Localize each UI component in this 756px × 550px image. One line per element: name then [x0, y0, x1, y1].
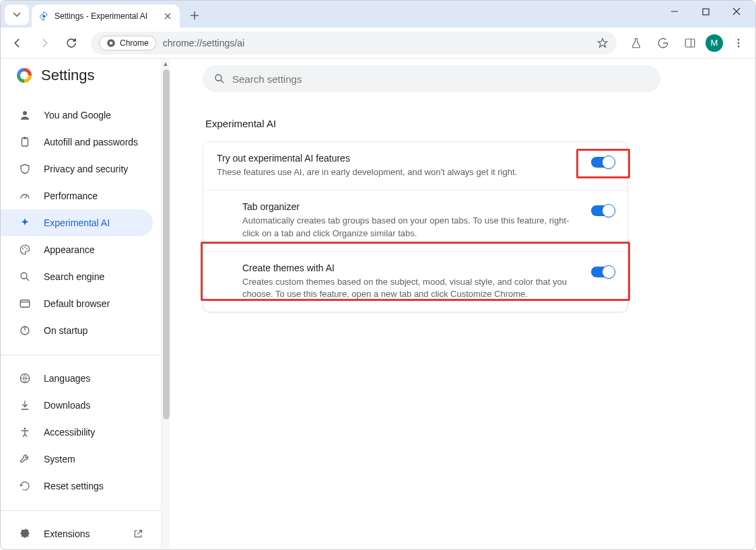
- svg-rect-4: [685, 39, 695, 47]
- close-icon: [732, 7, 741, 15]
- new-tab-button[interactable]: [185, 6, 204, 25]
- google-button[interactable]: [652, 32, 675, 55]
- sidebar-item-label: Languages: [44, 373, 90, 384]
- browser-icon: [18, 297, 32, 310]
- svg-point-13: [26, 248, 28, 250]
- sidebar-item-label: Performance: [44, 191, 98, 201]
- sidebar-scrollbar[interactable]: ▲: [161, 59, 170, 550]
- toggle-create-themes[interactable]: [591, 267, 614, 277]
- sparkle-icon: [18, 216, 32, 230]
- star-icon[interactable]: [596, 37, 609, 49]
- reload-button[interactable]: [60, 32, 83, 55]
- divider: [1, 355, 161, 355]
- sidebar-item-label: System: [44, 454, 75, 465]
- row-try-experimental: Try out experimental AI features These f…: [203, 142, 627, 190]
- google-icon: [657, 37, 669, 49]
- app-header: Settings: [1, 59, 161, 92]
- search-input[interactable]: [232, 73, 650, 85]
- sidebar-item-label: You and Google: [44, 110, 111, 121]
- row-tab-organizer: Tab organizer Automatically creates tab …: [203, 190, 627, 251]
- svg-point-21: [215, 75, 221, 81]
- clipboard-icon: [18, 135, 32, 149]
- sidebar-item-label: Default browser: [44, 298, 110, 309]
- back-button[interactable]: [6, 32, 29, 55]
- sidebar-item-label: Autofill and passwords: [44, 137, 138, 147]
- download-icon: [18, 399, 32, 412]
- site-chip[interactable]: Chrome: [99, 36, 156, 50]
- sidebar-item-label: On startup: [44, 325, 88, 336]
- sidebar-item-appearance[interactable]: Appearance: [1, 236, 153, 263]
- side-panel-button[interactable]: [679, 32, 701, 55]
- panel-icon: [684, 37, 696, 49]
- minimize-button[interactable]: [660, 1, 689, 22]
- sidebar-item-languages[interactable]: Languages: [1, 365, 153, 392]
- sidebar-item-label: Extensions: [44, 528, 90, 539]
- sidebar-item-autofill[interactable]: Autofill and passwords: [1, 129, 153, 156]
- flask-icon: [630, 37, 642, 49]
- svg-rect-10: [24, 137, 27, 139]
- tab-close-button[interactable]: [162, 11, 173, 22]
- row-desc: Creates custom themes based on the subje…: [242, 276, 579, 302]
- divider: [1, 510, 161, 511]
- speedometer-icon: [18, 189, 32, 203]
- sidebar-item-performance[interactable]: Performance: [1, 182, 153, 209]
- browser-tab[interactable]: Settings - Experimental AI: [32, 5, 180, 28]
- sidebar-item-on-startup[interactable]: On startup: [1, 317, 153, 344]
- sidebar-item-privacy[interactable]: Privacy and security: [1, 156, 153, 182]
- sidebar-item-extensions[interactable]: Extensions: [1, 520, 153, 547]
- browser-titlebar: Settings - Experimental AI: [1, 1, 755, 28]
- sidebar-item-label: Appearance: [44, 244, 95, 255]
- maximize-icon: [702, 8, 710, 15]
- sidebar-item-label: Search engine: [44, 271, 104, 282]
- puzzle-icon: [18, 527, 32, 541]
- reload-icon: [65, 37, 77, 49]
- more-vertical-icon: [733, 38, 744, 48]
- app-title: Settings: [41, 67, 95, 84]
- forward-button[interactable]: [33, 32, 56, 55]
- sidebar-item-label: Privacy and security: [44, 164, 128, 174]
- close-window-button[interactable]: [722, 1, 751, 22]
- sidebar-item-about[interactable]: About Chrome: [1, 547, 153, 550]
- scrollbar-thumb[interactable]: [163, 69, 170, 419]
- close-icon: [164, 13, 171, 20]
- svg-point-14: [21, 273, 27, 279]
- sidebar-item-label: Reset settings: [44, 481, 104, 491]
- sidebar: You and Google Autofill and passwords Pr…: [1, 92, 161, 550]
- sidebar-item-accessibility[interactable]: Accessibility: [1, 419, 153, 446]
- sidebar-item-reset[interactable]: Reset settings: [1, 473, 153, 500]
- toggle-experimental-ai[interactable]: [591, 157, 614, 168]
- sidebar-item-you-and-google[interactable]: You and Google: [1, 102, 153, 129]
- settings-app: Settings You and Google Autofill and pas…: [1, 59, 755, 550]
- row-desc: Automatically creates tab groups based o…: [242, 215, 579, 240]
- arrow-left-icon: [11, 37, 24, 49]
- main-content: Experimental AI Try out experimental AI …: [170, 59, 755, 550]
- search-settings[interactable]: [203, 65, 660, 92]
- profile-avatar[interactable]: M: [706, 34, 723, 52]
- sidebar-item-label: Experimental AI: [44, 217, 110, 228]
- plus-icon: [190, 11, 199, 20]
- tab-search-button[interactable]: [5, 5, 29, 25]
- sidebar-item-system[interactable]: System: [1, 446, 153, 473]
- chrome-logo-icon: [17, 68, 32, 83]
- svg-point-5: [738, 38, 740, 40]
- labs-button[interactable]: [625, 32, 648, 55]
- address-bar[interactable]: Chrome chrome://settings/ai: [91, 32, 617, 55]
- sidebar-item-search-engine[interactable]: Search engine: [1, 263, 153, 290]
- toggle-tab-organizer[interactable]: [591, 205, 614, 216]
- section-title: Experimental AI: [205, 118, 628, 129]
- menu-button[interactable]: [727, 32, 750, 55]
- svg-rect-15: [20, 300, 30, 308]
- svg-point-3: [110, 41, 113, 44]
- gear-icon: [38, 11, 49, 22]
- maximize-button[interactable]: [691, 1, 720, 22]
- sidebar-item-experimental-ai[interactable]: Experimental AI: [1, 209, 153, 236]
- sidebar-item-default-browser[interactable]: Default browser: [1, 290, 153, 317]
- experimental-ai-card: Try out experimental AI features These f…: [203, 141, 628, 312]
- wrench-icon: [18, 452, 32, 466]
- row-title: Create themes with AI: [242, 263, 579, 273]
- external-link-icon: [133, 528, 143, 539]
- row-title: Tab organizer: [242, 201, 579, 212]
- svg-point-18: [24, 427, 26, 429]
- sidebar-item-downloads[interactable]: Downloads: [1, 392, 153, 419]
- svg-point-7: [738, 45, 740, 47]
